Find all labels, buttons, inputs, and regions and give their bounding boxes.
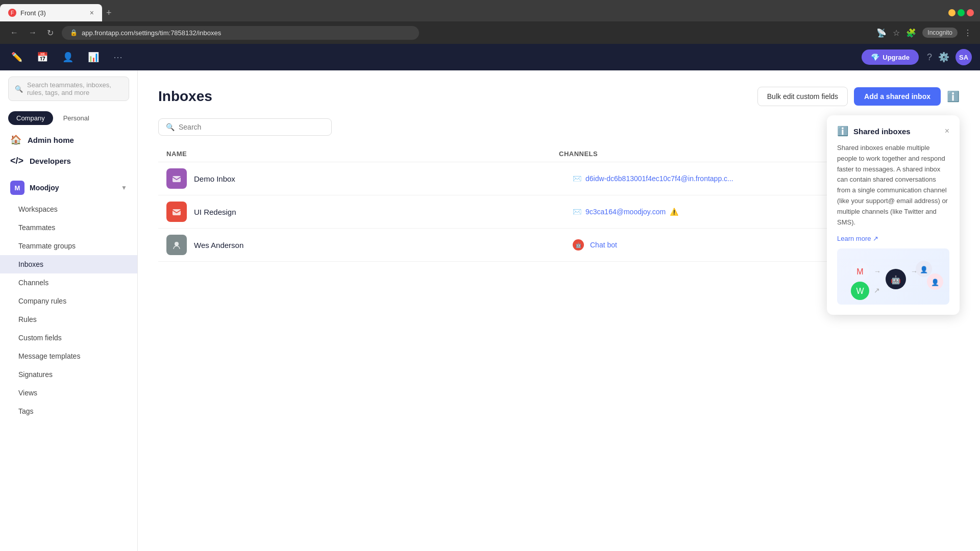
cast-button[interactable]: 📡 (876, 28, 887, 38)
sidebar-item-message-templates[interactable]: Message templates (0, 347, 137, 365)
company-rules-label: Company rules (18, 297, 66, 305)
svg-text:→: → (874, 267, 881, 276)
inbox-avatar-demo (166, 168, 187, 189)
more-icon[interactable]: ⋯ (110, 48, 126, 66)
inboxes-label: Inboxes (18, 260, 43, 268)
org-avatar: M (10, 181, 24, 195)
add-inbox-button[interactable]: Add a shared inbox (854, 87, 941, 106)
close-button[interactable] (967, 9, 974, 16)
browser-tab[interactable]: F Front (3) × (0, 4, 102, 21)
toolbar-right: ? ⚙️ SA (927, 49, 972, 65)
info-panel-header: ℹ️ Shared inboxes × (837, 126, 949, 137)
analytics-icon[interactable]: 📊 (85, 48, 102, 66)
sidebar-item-channels[interactable]: Channels (0, 273, 137, 292)
global-search-wrap: 🔍 Search teammates, inboxes, rules, tags… (0, 70, 137, 107)
info-panel-close-button[interactable]: × (945, 127, 949, 136)
search-icon: 🔍 (166, 123, 175, 131)
inbox-name-wes: Wes Anderson (194, 241, 573, 249)
teammate-groups-label: Teammate groups (18, 242, 76, 250)
warning-icon: ⚠️ (670, 208, 678, 216)
home-icon: 🏠 (10, 134, 21, 145)
extension-button[interactable]: 🧩 (906, 28, 916, 38)
minimize-button[interactable] (948, 9, 955, 16)
tab-favicon: F (8, 9, 16, 17)
external-link-icon: ↗ (873, 235, 878, 242)
info-panel-icon: ℹ️ (837, 126, 848, 137)
custom-fields-label: Custom fields (18, 334, 62, 342)
inbox-avatar-wes (166, 235, 187, 255)
tab-close-icon[interactable]: × (90, 9, 94, 17)
info-panel-title: Shared inboxes (853, 127, 940, 136)
info-panel: ℹ️ Shared inboxes × Shared inboxes enabl… (827, 115, 960, 315)
tags-label: Tags (18, 407, 34, 415)
settings-button[interactable]: ⚙️ (938, 52, 949, 63)
upgrade-button[interactable]: Upgrade (862, 49, 919, 65)
svg-point-2 (175, 242, 179, 246)
learn-more-label: Learn more (837, 235, 871, 242)
channel-chatbot-link[interactable]: Chat bot (590, 241, 617, 249)
sidebar-item-tags[interactable]: Tags (0, 402, 137, 420)
inbox-avatar-ui (166, 202, 187, 222)
inbox-search[interactable]: 🔍 (158, 118, 332, 136)
svg-text:🤖: 🤖 (891, 275, 901, 285)
signatures-label: Signatures (18, 370, 53, 379)
svg-rect-0 (173, 176, 181, 182)
info-panel-body: Shared inboxes enable multiple people to… (837, 143, 949, 228)
contacts-icon[interactable]: 👤 (59, 48, 77, 66)
org-chevron-icon: ▼ (121, 184, 127, 191)
browser-chrome: F Front (3) × + ← → ↻ 🔒 app.frontapp.com… (0, 0, 980, 44)
search-input[interactable] (179, 123, 324, 131)
sidebar-item-signatures[interactable]: Signatures (0, 365, 137, 384)
sidebar-item-teammate-groups[interactable]: Teammate groups (0, 237, 137, 255)
compose-icon[interactable]: ✏️ (8, 48, 26, 66)
reload-button[interactable]: ↻ (45, 26, 56, 40)
sidebar-item-developers[interactable]: </> Developers (0, 151, 137, 171)
help-button[interactable]: ? (927, 52, 932, 63)
tab-company[interactable]: Company (8, 111, 53, 125)
address-bar[interactable]: 🔒 app.frontapp.com/settings/tim:7858132/… (62, 26, 419, 40)
forward-button[interactable]: → (27, 26, 39, 39)
svg-text:👤: 👤 (920, 265, 928, 274)
learn-more-link[interactable]: Learn more ↗ (837, 235, 949, 242)
email-icon: ✉️ (573, 208, 581, 216)
menu-button[interactable]: ⋮ (964, 28, 972, 38)
sidebar-item-views[interactable]: Views (0, 384, 137, 402)
back-button[interactable]: ← (8, 26, 20, 39)
inbox-name-demo: Demo Inbox (194, 174, 573, 183)
org-name: Moodjoy (30, 184, 116, 192)
bulk-edit-button[interactable]: Bulk edit custom fields (757, 87, 848, 106)
search-icon: 🔍 (15, 85, 23, 93)
calendar-icon[interactable]: 📅 (34, 48, 51, 66)
new-tab-button[interactable]: + (102, 6, 116, 20)
sidebar-item-admin-home[interactable]: 🏠 Admin home (0, 129, 137, 151)
tab-personal[interactable]: Personal (55, 111, 97, 125)
col-header-name: Name (166, 150, 559, 158)
inbox-name-ui: UI Redesign (194, 208, 573, 216)
channels-label: Channels (18, 279, 48, 287)
teammates-label: Teammates (18, 223, 55, 232)
sidebar-item-custom-fields[interactable]: Custom fields (0, 329, 137, 347)
app-toolbar: ✏️ 📅 👤 📊 ⋯ Upgrade ? ⚙️ SA (0, 44, 980, 70)
workspaces-label: Workspaces (18, 205, 58, 213)
sidebar-item-rules[interactable]: Rules (0, 310, 137, 329)
sidebar-item-workspaces[interactable]: Workspaces (0, 200, 137, 218)
maximize-button[interactable] (958, 9, 965, 16)
message-templates-label: Message templates (18, 352, 80, 360)
org-header[interactable]: M Moodjoy ▼ (0, 176, 137, 200)
tab-title: Front (3) (20, 9, 86, 17)
sidebar-item-company-rules[interactable]: Company rules (0, 292, 137, 310)
avatar[interactable]: SA (955, 49, 972, 65)
channel-email-link[interactable]: 9c3ca164@moodjoy.com (585, 208, 666, 216)
global-search[interactable]: 🔍 Search teammates, inboxes, rules, tags… (8, 77, 129, 101)
sidebar-item-teammates[interactable]: Teammates (0, 218, 137, 237)
code-icon: </> (10, 156, 23, 166)
bookmark-button[interactable]: ☆ (893, 28, 900, 38)
email-icon: ✉️ (573, 174, 581, 183)
developers-label: Developers (30, 157, 71, 165)
channel-email-link[interactable]: d6idw-dc6b813001f4ec10c7f4@in.frontapp.c… (585, 174, 733, 183)
sidebar-item-inboxes[interactable]: Inboxes (0, 255, 137, 273)
svg-text:↗: ↗ (874, 286, 880, 294)
main-content: Inboxes Bulk edit custom fields Add a sh… (138, 70, 980, 551)
info-button[interactable]: ℹ️ (947, 90, 960, 103)
view-tabs: Company Personal (0, 107, 137, 129)
